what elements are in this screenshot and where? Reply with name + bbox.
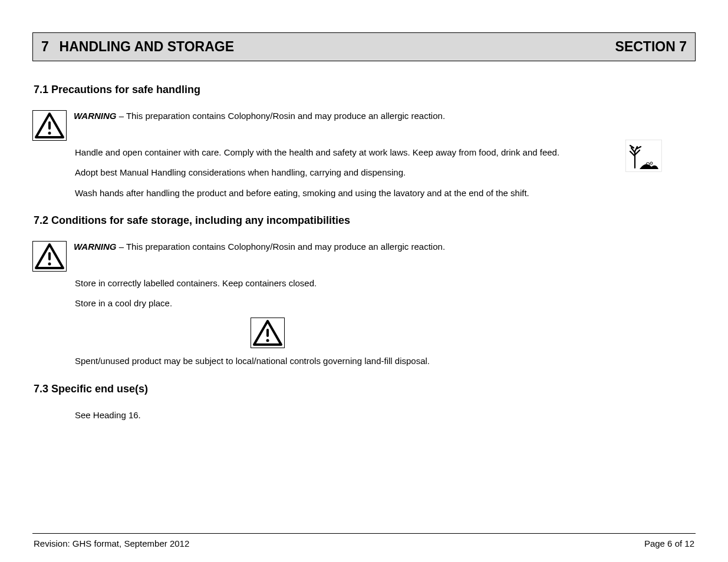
sub3-p1: See Heading 16. [32,409,696,421]
svg-rect-1 [48,121,51,130]
warning-block-2: WARNING – This preparation contains Colo… [32,241,696,272]
warning-1-lead: WARNING [74,111,117,121]
svg-rect-10 [266,329,269,337]
warning-triangle-icon [251,318,285,348]
warning-2-body: – This preparation contains Colophony/Ro… [117,242,446,252]
section-right-label: SECTION 7 [615,39,687,55]
section-title: HANDLING AND STORAGE [60,39,234,54]
page-footer: Revision: GHS format, September 2012 Pag… [32,533,696,548]
svg-rect-7 [48,252,51,260]
sub1-p3: Wash hands after handling the product an… [32,187,696,199]
subsection-7-3-title: 7.3 Specific end use(s) [34,383,696,395]
section-header: 7 HANDLING AND STORAGE SECTION 7 [32,32,696,61]
subsection-7-2-title: 7.2 Conditions for safe storage, includi… [34,214,696,227]
warning-1-text: WARNING – This preparation contains Colo… [74,110,696,122]
environment-tree-icon [625,140,662,172]
warning-2-lead: WARNING [74,242,117,252]
sub2-p1: Store in correctly labelled containers. … [32,277,696,289]
svg-point-11 [266,339,269,342]
warning-2-text: WARNING – This preparation contains Colo… [74,241,696,253]
warning-block-3 [32,318,696,348]
section-number: 7 [41,39,49,54]
subsection-7-1-title: 7.1 Precautions for safe handling [34,84,696,96]
sub1-p1: Handle and open container with care. Com… [32,147,696,158]
environment-note: Spent/unused product may be subject to l… [32,355,696,367]
footer-revision: Revision: GHS format, September 2012 [34,538,189,548]
sub2-p2: Store in a cool dry place. [32,297,696,309]
warning-1-body: – This preparation contains Colophony/Ro… [117,111,446,121]
footer-page-number: Page 6 of 12 [644,538,694,548]
svg-point-2 [48,132,51,135]
warning-triangle-icon [32,241,67,272]
svg-point-8 [48,262,51,265]
warning-triangle-icon [32,110,67,141]
sub1-p2: Adopt best Manual Handling consideration… [32,167,696,178]
warning-block-1: WARNING – This preparation contains Colo… [32,110,696,141]
